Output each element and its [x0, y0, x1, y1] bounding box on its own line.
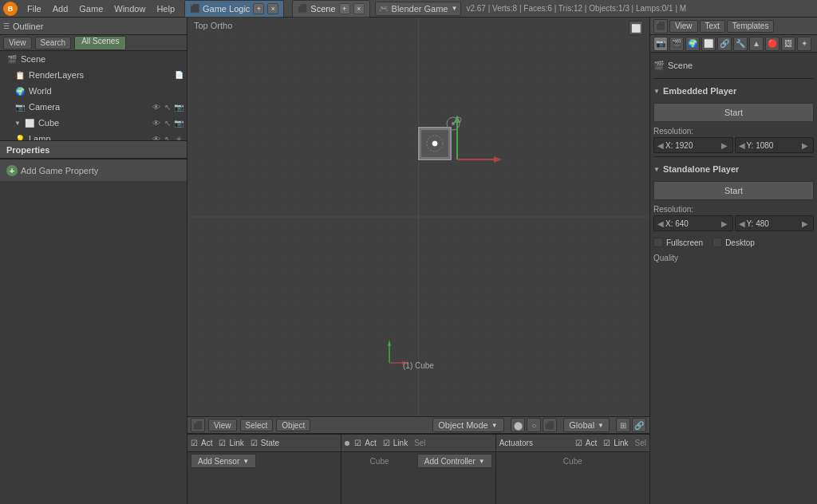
outliner-item-scene[interactable]: 🎬 Scene	[0, 51, 187, 67]
texture-props-icon[interactable]: 🖼	[781, 37, 795, 51]
engine-label: Blender Game	[392, 4, 448, 14]
right-viewport-icons: ⊞ 🔗	[616, 418, 646, 432]
world-props-icon[interactable]: 🌍	[685, 37, 700, 51]
scene-close-btn[interactable]: ×	[353, 3, 365, 14]
wireframe-icon[interactable]: ○	[527, 418, 541, 432]
right-text-btn[interactable]: Text	[700, 20, 725, 33]
act-checkbox3[interactable]: ☑	[575, 439, 582, 447]
constraint-props-icon[interactable]: 🔗	[717, 37, 732, 51]
logic-select-btn[interactable]: Select	[240, 419, 274, 431]
link-checkbox2[interactable]: ☑	[383, 439, 390, 447]
add-sensor-button[interactable]: Add Sensor ▼	[191, 454, 256, 468]
menu-add[interactable]: Add	[48, 2, 73, 15]
lamp-eye-icon[interactable]: 👁	[152, 134, 161, 141]
logic-toolbar: ⬛ View Select Object Object Mode ▼ ⬤ ○ ⬛…	[187, 416, 649, 434]
embedded-res-x-input[interactable]: ◀ X: 1920 ▶	[653, 137, 733, 153]
desktop-checkbox[interactable]	[712, 238, 722, 247]
scene-add-btn[interactable]: +	[339, 3, 350, 14]
cube-render-icon[interactable]: 📷	[174, 118, 184, 128]
outliner-header: ☰ Outliner	[0, 18, 187, 35]
outliner-item-world[interactable]: 🌍 World	[0, 83, 187, 99]
blender-logo-icon[interactable]: B	[3, 2, 18, 16]
add-actuator-row: Cube	[496, 452, 649, 470]
add-controller-button[interactable]: Add Controller ▼	[417, 454, 492, 468]
fullscreen-checkbox[interactable]	[653, 238, 663, 247]
outliner-item-lamp[interactable]: 💡 Lamp 👁 ↖ ✳	[0, 131, 187, 141]
scene-label: Scene	[310, 4, 335, 14]
outliner-item-camera[interactable]: 📷 Camera 👁 ↖ 📷	[0, 99, 187, 115]
game-logic-close-btn[interactable]: ×	[267, 3, 278, 14]
camera-cursor-icon[interactable]: ↖	[163, 102, 172, 112]
solid-mode-icon[interactable]: ⬤	[511, 418, 525, 432]
render-props-icon[interactable]: 📷	[653, 37, 668, 51]
standalone-y-value: Y: 480	[747, 219, 769, 228]
viewport-area[interactable]: Top Ortho	[187, 18, 649, 416]
cube-eye-icon[interactable]: 👁	[152, 118, 161, 128]
camera-eye-icon[interactable]: 👁	[152, 102, 161, 112]
standalone-res-y-input[interactable]: ◀ Y: 480 ▶	[735, 215, 815, 231]
grid-icon[interactable]: ⊞	[616, 418, 630, 432]
view-btn[interactable]: View	[3, 37, 32, 49]
scene-props-icon[interactable]: 🎬	[669, 37, 684, 51]
lamp-cursor-icon[interactable]: ↖	[163, 134, 172, 141]
viewport-grid	[187, 18, 649, 416]
state-checkbox[interactable]: ☑	[251, 439, 258, 447]
act-checkbox2[interactable]: ☑	[354, 439, 361, 447]
game-logic-add-btn[interactable]: +	[253, 3, 264, 14]
object-props-icon[interactable]: ⬜	[701, 37, 716, 51]
object-mode-label: Object Mode	[438, 420, 487, 430]
lamp-render-icon[interactable]: ✳	[174, 134, 184, 141]
data-props-icon[interactable]: ▲	[749, 37, 764, 51]
standalone-resolution-label: Resolution:	[653, 205, 814, 214]
right-panel: ⬛ View Text Templates 📷 🎬 🌍 ⬜ 🔗 🔧 ▲ 🔴 🖼 …	[649, 18, 817, 504]
menu-help[interactable]: Help	[152, 2, 180, 15]
embedded-player-start-button[interactable]: Start	[653, 103, 814, 122]
standalone-res-x-input[interactable]: ◀ X: 640 ▶	[653, 215, 733, 231]
transform-selector[interactable]: Global ▼	[563, 418, 610, 432]
modifier-props-icon[interactable]: 🔧	[733, 37, 748, 51]
add-game-property-button[interactable]: + Add Game Property	[0, 159, 187, 181]
act-label: Act	[201, 439, 212, 447]
outliner-item-renderlayers[interactable]: 📋 RenderLayers 📄	[0, 67, 187, 83]
outliner-item-cube[interactable]: ▼ ⬜ Cube 👁 ↖ 📷	[0, 115, 187, 131]
act-checkbox[interactable]: ☑	[191, 439, 198, 447]
cube-expand-arrow[interactable]: ▼	[14, 120, 21, 127]
right-view-btn[interactable]: View	[669, 20, 698, 33]
logic-view-btn[interactable]: View	[208, 419, 237, 431]
scene-label-row: 🎬 Scene	[653, 56, 814, 75]
camera-render-icon[interactable]: 📷	[174, 102, 184, 112]
logic-editor-icon-btn[interactable]: ⬛	[191, 418, 205, 432]
right-panel-icon-btn[interactable]: ⬛	[653, 19, 668, 33]
particle-props-icon[interactable]: ✦	[797, 37, 811, 51]
embedded-res-y-input[interactable]: ◀ Y: 1080 ▶	[735, 137, 815, 153]
right-templates-btn[interactable]: Templates	[727, 20, 775, 33]
menu-file[interactable]: File	[22, 2, 46, 15]
scene-item-label: Scene	[21, 54, 45, 64]
standalone-player-collapse-icon[interactable]: ▼	[653, 166, 660, 173]
quality-label: Quality	[653, 254, 814, 262]
snap-icon[interactable]: 🔗	[632, 418, 646, 432]
link-checkbox[interactable]: ☑	[219, 439, 226, 447]
object-mode-selector[interactable]: Object Mode ▼	[432, 418, 504, 432]
standalone-player-start-button[interactable]: Start	[653, 181, 814, 200]
game-logic-label: Game Logic	[203, 4, 250, 14]
viewport-mode-icons: ⬤ ○ ⬛	[511, 418, 557, 432]
embedded-y-value: Y: 1080	[747, 141, 774, 150]
material-props-icon[interactable]: 🔴	[765, 37, 780, 51]
cube-cursor-icon[interactable]: ↖	[163, 118, 172, 128]
engine-selector-container[interactable]: 🎮 Blender Game ▼	[375, 2, 462, 16]
search-btn[interactable]: Search	[35, 37, 72, 49]
cube-label: Cube	[38, 118, 59, 128]
logic-object-btn[interactable]: Object	[276, 419, 310, 431]
link-checkbox3[interactable]: ☑	[603, 439, 610, 447]
outliner-area: ☰ Outliner View Search All Scenes 🎬 Scen…	[0, 18, 187, 141]
all-scenes-tab[interactable]: All Scenes	[74, 36, 126, 50]
menu-window[interactable]: Window	[109, 2, 150, 15]
standalone-player-header[interactable]: ▼ Standalone Player	[653, 160, 814, 178]
transform-arrow: ▼	[598, 422, 604, 429]
rendered-icon[interactable]: ⬛	[543, 418, 557, 432]
embedded-player-header[interactable]: ▼ Embedded Player	[653, 82, 814, 100]
embedded-player-collapse-icon[interactable]: ▼	[653, 88, 660, 95]
viewport-maximize-btn[interactable]: ⬜	[629, 21, 643, 35]
menu-game[interactable]: Game	[74, 2, 108, 15]
